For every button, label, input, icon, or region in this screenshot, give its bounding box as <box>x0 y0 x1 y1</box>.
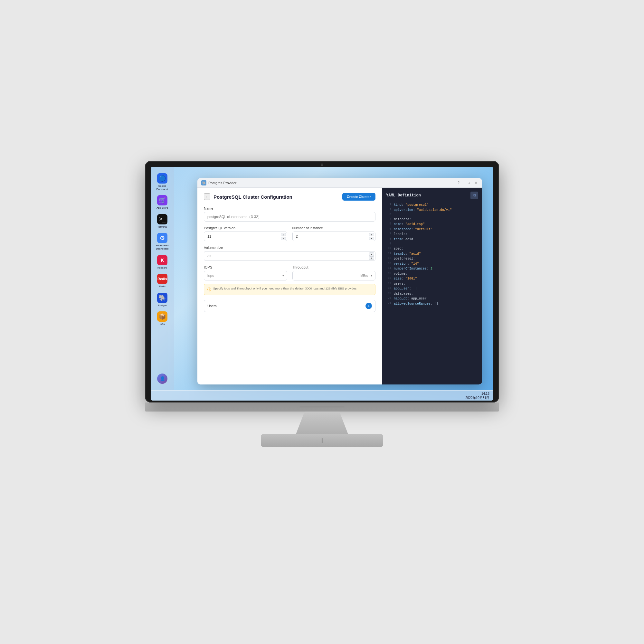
pg-version-spinner: ▲ ▼ <box>204 232 287 241</box>
apple-logo-container:  <box>261 434 383 447</box>
throughput-input[interactable] <box>292 271 376 280</box>
yaml-panel: YAML Definition ⧉ 1kind: "postgresql"2ap… <box>382 188 482 384</box>
users-add-button[interactable]: + <box>365 303 372 309</box>
yaml-line-number: 20 <box>386 296 391 301</box>
yaml-line-content: napp_db: app_user <box>394 296 427 301</box>
yaml-line-number: 15 <box>386 271 391 277</box>
dialog-titlebar: 🐘 Postgres Provider ? — □ ✕ <box>197 178 482 188</box>
user-avatar-item[interactable]: 👤 <box>153 372 171 385</box>
throughput-label: Througput <box>292 265 376 269</box>
back-button[interactable]: ← <box>204 194 210 200</box>
sidebar-item-kubernetes[interactable]: ⚙ Kubernetes Dashboard <box>153 232 171 251</box>
sidebar-item-label: App Store <box>156 206 168 210</box>
info-box: ⓘ Specify Iops and Throughput only if yo… <box>204 284 375 295</box>
yaml-line: 18 app_user: [] <box>386 286 478 291</box>
imac-chin <box>145 403 499 412</box>
sidebar-item-redis[interactable]: Redis Redis <box>153 272 171 289</box>
yaml-line-number: 19 <box>386 291 391 297</box>
close-button[interactable]: ✕ <box>474 181 478 185</box>
yaml-line-content: size: "10Gi" <box>394 276 417 281</box>
pg-version-label: PostgreSQL version <box>204 226 287 230</box>
yaml-line-content: databases: <box>394 291 413 297</box>
yaml-line-number: 4 <box>386 217 391 222</box>
yaml-line-content: numberOfInstances: 2 <box>394 266 432 271</box>
yaml-line-content: teamId: "acid" <box>394 251 421 257</box>
iops-throughput-row: IOPS iops ▼ Througput <box>204 265 375 280</box>
screen: 🔵 Sealos Document 🛒 App Store >_ Termina… <box>151 167 493 401</box>
yaml-line-content: allowedSourceRanges: [] <box>394 301 438 307</box>
yaml-line-number: 12 <box>386 256 391 261</box>
yaml-copy-button[interactable]: ⧉ <box>470 192 478 199</box>
create-cluster-button[interactable]: Create Cluster <box>342 193 375 201</box>
webcam-icon <box>321 164 323 166</box>
volume-size-input[interactable] <box>204 251 375 261</box>
yaml-line-content: volume: <box>394 271 407 277</box>
pg-version-input[interactable] <box>204 232 287 241</box>
iops-select[interactable]: iops <box>204 271 287 280</box>
sidebar-item-infra[interactable]: 📦 Infra <box>153 310 171 327</box>
instances-down[interactable]: ▼ <box>369 237 374 240</box>
maximize-button[interactable]: □ <box>467 181 471 185</box>
sidebar-item-label: Terminal <box>157 225 167 229</box>
yaml-line-number: 21 <box>386 301 391 307</box>
yaml-line: 20 napp_db: app_user <box>386 296 478 301</box>
yaml-line-number: 9 <box>386 242 391 246</box>
iops-select-wrapper: iops ▼ <box>204 271 287 280</box>
iops-label: IOPS <box>204 265 287 269</box>
yaml-line: 10spec: <box>386 246 478 251</box>
volume-size-up[interactable]: ▲ <box>369 252 374 256</box>
yaml-line-content: spec: <box>394 246 403 251</box>
yaml-header: YAML Definition ⧉ <box>386 192 478 199</box>
yaml-line: 19 databases: <box>386 291 478 297</box>
redis-icon: Redis <box>157 274 167 284</box>
throughput-group: Througput MB/s ▼ <box>292 265 376 280</box>
yaml-line-number: 8 <box>386 237 391 242</box>
dialog-content: ← PostgreSQL Cluster Configuration Creat… <box>197 188 482 384</box>
sidebar-item-sealos-doc[interactable]: 🔵 Sealos Document <box>153 172 171 192</box>
instances-arrows: ▲ ▼ <box>369 233 374 240</box>
yaml-line: 8 team: acid <box>386 237 478 242</box>
terminal-icon: >_ <box>157 214 167 224</box>
volume-size-down[interactable]: ▼ <box>369 256 374 260</box>
instances-up[interactable]: ▲ <box>369 233 374 236</box>
sidebar-item-kuboard[interactable]: K Kuboard <box>153 254 171 271</box>
instances-input[interactable] <box>292 232 376 241</box>
taskbar: 14:16 2022年10月31日 <box>151 390 493 401</box>
sidebar-item-label: Kuboard <box>157 266 167 270</box>
yaml-line-content: postgresql: <box>394 256 415 261</box>
pg-version-arrows: ▲ ▼ <box>281 233 286 240</box>
minimize-button[interactable]: — <box>459 181 464 185</box>
yaml-line: 9 <box>386 242 478 246</box>
postgre-icon: 🐘 <box>157 293 167 303</box>
name-field-group: Name <box>204 206 375 222</box>
yaml-line-number: 5 <box>386 222 391 227</box>
volume-size-group: Volume size ▲ ▼ <box>204 246 375 261</box>
sidebar-item-app-store[interactable]: 🛒 App Store <box>153 194 171 211</box>
chin-vent <box>299 406 345 408</box>
yaml-line: 16 size: "10Gi" <box>386 276 478 281</box>
pg-version-up[interactable]: ▲ <box>281 233 286 236</box>
yaml-line-number: 13 <box>386 261 391 267</box>
pg-version-down[interactable]: ▼ <box>281 237 286 240</box>
sidebar-dock: 🔵 Sealos Document 🛒 App Store >_ Termina… <box>151 167 174 390</box>
sidebar-item-postgre[interactable]: 🐘 Postgre <box>153 291 171 308</box>
volume-size-arrows: ▲ ▼ <box>369 252 374 260</box>
yaml-line-content: users: <box>394 281 405 287</box>
name-input[interactable] <box>204 212 375 222</box>
app-store-icon: 🛒 <box>157 195 167 205</box>
stand-neck <box>293 412 351 434</box>
yaml-line: 12 postgresql: <box>386 256 478 261</box>
users-label: Users <box>207 304 217 308</box>
yaml-line: 11 teamId: "acid" <box>386 251 478 257</box>
yaml-line: 7 labels: <box>386 232 478 237</box>
yaml-line: 3 <box>386 213 478 217</box>
copy-icon: ⧉ <box>473 193 476 198</box>
yaml-line: 6 namespace: "default" <box>386 227 478 232</box>
volume-size-label: Volume size <box>204 246 375 250</box>
sidebar-item-terminal[interactable]: >_ Terminal <box>153 213 171 230</box>
yaml-line: 13 version: "14" <box>386 261 478 267</box>
yaml-line-number: 7 <box>386 232 391 237</box>
stand-base:  <box>261 434 383 447</box>
yaml-line: 14 numberOfInstances: 2 <box>386 266 478 271</box>
form-panel: ← PostgreSQL Cluster Configuration Creat… <box>197 188 382 384</box>
